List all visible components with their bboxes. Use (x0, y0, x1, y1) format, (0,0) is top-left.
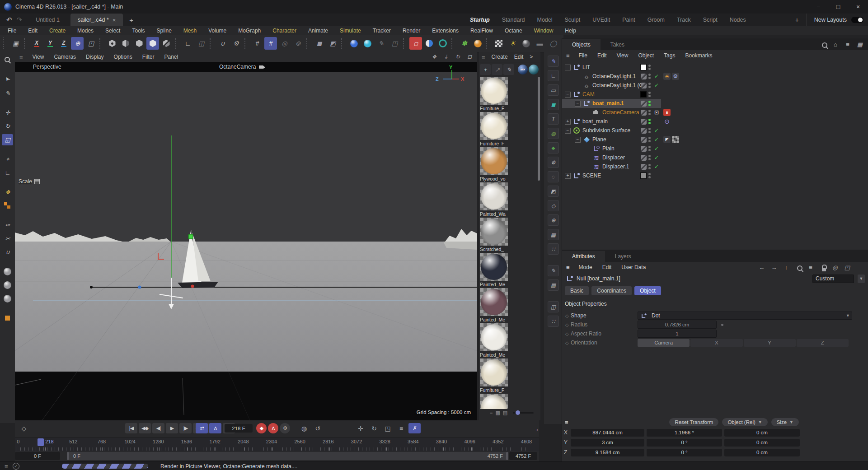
om-search-icon[interactable] (819, 40, 827, 48)
link-icon[interactable]: ◫ (548, 301, 559, 312)
menu-item[interactable]: Volume (202, 28, 232, 34)
dots-icon[interactable]: ∷ (548, 316, 559, 327)
toolbar-separator[interactable] (24, 38, 28, 49)
scale-field[interactable]: 0 cm (724, 429, 800, 437)
object-name[interactable]: Displacer (602, 154, 625, 161)
attr-menu-item[interactable]: User Data (616, 264, 651, 270)
menu-item[interactable]: Window (528, 28, 559, 34)
object-name[interactable]: boat_main.1 (592, 100, 624, 107)
viewport-menu-item[interactable]: Options (108, 54, 137, 60)
move-tool-icon[interactable]: ✛ (2, 107, 13, 118)
attr-filter-icon[interactable]: ≡ (807, 263, 815, 271)
prev-frame-button[interactable]: ◀| (152, 423, 164, 433)
rotation-field[interactable]: 1.1966 ° (647, 429, 722, 437)
toolbar-separator[interactable] (486, 38, 490, 49)
expand-toggle[interactable]: + (565, 173, 571, 179)
menu-item[interactable]: Mesh (178, 28, 202, 34)
material-item[interactable]: Painted_Wa (480, 182, 509, 218)
enable-check-icon[interactable]: ⊡ (653, 109, 660, 116)
menu-item[interactable]: Character (267, 28, 302, 34)
toolbar-separator[interactable] (244, 38, 249, 49)
attr-lock-icon[interactable] (819, 263, 827, 271)
key-diamond-icon[interactable]: ◇ (565, 331, 571, 336)
scale-tool-icon[interactable]: ◱ (2, 134, 13, 145)
layer-color-chip[interactable] (640, 91, 647, 98)
attr-menu-item[interactable]: Mode (574, 264, 597, 270)
layout-tab[interactable]: Sculpt (565, 17, 581, 23)
material-ball-icon[interactable] (2, 293, 13, 304)
object-name[interactable]: OctaneCamera (602, 109, 639, 116)
coord-size-dropdown[interactable]: Size▼ (771, 418, 799, 426)
rotate-tool-icon[interactable]: ↻ (2, 121, 13, 132)
enable-check-icon[interactable]: ✓ (653, 127, 660, 134)
autokey-button[interactable]: A (268, 423, 278, 433)
toolbar-separator[interactable] (341, 38, 345, 49)
menu-item[interactable]: Edit (22, 28, 43, 34)
rect-icon[interactable]: ▭ (548, 84, 559, 96)
toolbar-separator[interactable] (451, 38, 455, 49)
viewport-menu-item[interactable]: Cameras (49, 54, 81, 60)
undo-icon[interactable]: ↶ (6, 16, 12, 24)
redo-icon[interactable]: ↷ (17, 16, 23, 24)
material-item[interactable]: Furniture_F (480, 77, 509, 112)
visibility-dots[interactable] (648, 146, 651, 151)
minimize-button[interactable]: − (808, 0, 828, 14)
object-row[interactable]: ≋ Displacer ✓ (562, 153, 868, 162)
material-ball-icon[interactable] (2, 279, 13, 291)
render-settings-button[interactable]: ◩ (326, 37, 339, 50)
back-icon[interactable]: ← (758, 263, 766, 271)
om-filter-icon[interactable]: ≡ (844, 40, 852, 48)
grid-view-icon[interactable]: ▦ (495, 410, 500, 416)
object-row[interactable]: − LIT (562, 63, 868, 72)
camera-panel-icon[interactable]: ▦ (548, 229, 559, 240)
material-item[interactable]: Furniture_F (480, 358, 509, 394)
grid-small-icon[interactable]: ▦ (548, 279, 559, 291)
hand-tool-icon[interactable]: ❖ (2, 186, 13, 198)
object-row[interactable]: − Subdivision Surface ✓ (562, 126, 868, 135)
record-modes-button[interactable]: ◍ (298, 423, 310, 433)
material-item[interactable]: Furniture_F (480, 112, 509, 147)
goto-start-button[interactable]: |◀ (125, 423, 137, 433)
corner-icon[interactable]: ∟ (548, 70, 559, 81)
timeline-frame-button[interactable]: ◳ (381, 423, 394, 433)
octane-ball-blue-icon[interactable] (347, 37, 360, 50)
visibility-dots[interactable] (648, 137, 651, 142)
globe-icon[interactable]: ⊕ (548, 214, 559, 226)
attr-popout-icon[interactable]: ◳ (843, 263, 851, 271)
object-tag[interactable]: ⚙ (672, 73, 679, 80)
scale-field[interactable]: 0 cm (724, 439, 800, 447)
dolly-icon[interactable]: ⇣ (442, 53, 450, 61)
coord-mode-dropdown[interactable]: Object (Rel)▼ (722, 418, 767, 426)
key-diamond-icon[interactable]: ◇ (565, 340, 571, 345)
material-item[interactable] (480, 394, 509, 409)
key-diamond-icon[interactable]: ◇ (565, 313, 571, 318)
aspect-ratio-field[interactable]: 1 (638, 330, 717, 338)
asset-button[interactable] (471, 37, 484, 50)
layout-tab[interactable]: UVEdit (592, 17, 610, 23)
new-document-button[interactable]: + (123, 14, 140, 26)
list-view-icon[interactable]: ≡ (490, 410, 493, 416)
viewport-icon[interactable]: ▣ (9, 37, 22, 50)
timeline-layers-button[interactable]: ≡ (395, 423, 407, 433)
menu-item[interactable]: RealFlow (464, 28, 499, 34)
visibility-toggle[interactable] (641, 83, 647, 88)
select-tool-icon[interactable]: ➤ (2, 74, 13, 85)
material-item[interactable]: Plywood_vo (480, 147, 509, 182)
layout-tab[interactable]: Track (677, 17, 691, 23)
add-material-button[interactable]: + (480, 64, 491, 75)
material-item[interactable]: Painted_Me (480, 288, 509, 323)
visibility-toggle[interactable] (641, 155, 647, 161)
timeline-snap-button[interactable]: ✗ (408, 423, 421, 433)
cube-icon[interactable]: ◼ (548, 99, 559, 110)
object-row[interactable]: − boat_main.1 (562, 99, 868, 108)
keying-settings-button[interactable]: ⚙ (280, 423, 290, 433)
timeline-move-button[interactable]: ✛ (354, 423, 366, 433)
polygons-mode-button[interactable] (133, 37, 145, 50)
visibility-dots[interactable] (648, 119, 651, 124)
snap-settings-button[interactable]: ⚙ (230, 37, 242, 50)
section-tab[interactable]: Object (634, 286, 661, 295)
object-row[interactable]: ☼ OctaneDayLight.1 (Copy) ✓ (562, 81, 868, 90)
render-scene-button[interactable]: ◼ (313, 37, 325, 50)
ring-button[interactable]: ◯ (547, 37, 559, 50)
menu-item[interactable]: Render (397, 28, 426, 34)
